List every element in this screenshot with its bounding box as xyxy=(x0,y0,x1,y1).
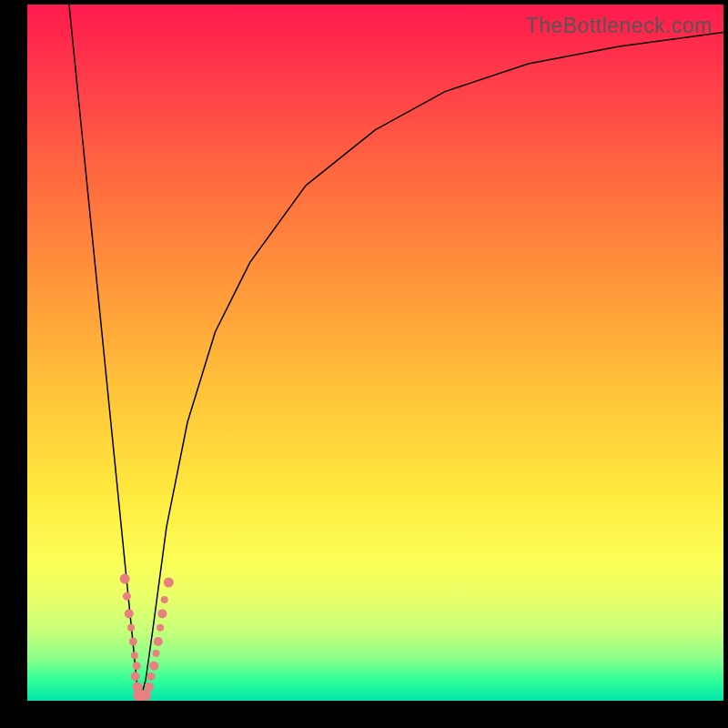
data-point xyxy=(127,624,135,632)
data-point xyxy=(140,690,151,701)
data-point xyxy=(147,672,156,681)
data-point xyxy=(157,609,167,618)
watermark-text: TheBottleneck.com xyxy=(526,14,713,38)
data-point xyxy=(157,624,164,632)
curve-layer xyxy=(27,5,723,701)
data-point xyxy=(131,652,138,659)
data-point xyxy=(129,638,137,646)
data-point xyxy=(131,672,140,681)
data-point xyxy=(125,609,134,618)
curve-right-branch xyxy=(140,33,723,701)
data-point xyxy=(120,574,130,584)
data-point xyxy=(164,578,174,588)
data-point xyxy=(149,662,158,671)
data-point xyxy=(145,682,154,692)
data-point xyxy=(133,662,141,670)
data-point xyxy=(161,596,168,603)
chart-frame: TheBottleneck.com xyxy=(0,0,728,728)
data-point xyxy=(154,637,163,646)
data-point xyxy=(123,592,131,601)
dot-cluster xyxy=(120,574,174,701)
plot-area: TheBottleneck.com xyxy=(27,5,723,701)
data-point xyxy=(153,650,160,657)
